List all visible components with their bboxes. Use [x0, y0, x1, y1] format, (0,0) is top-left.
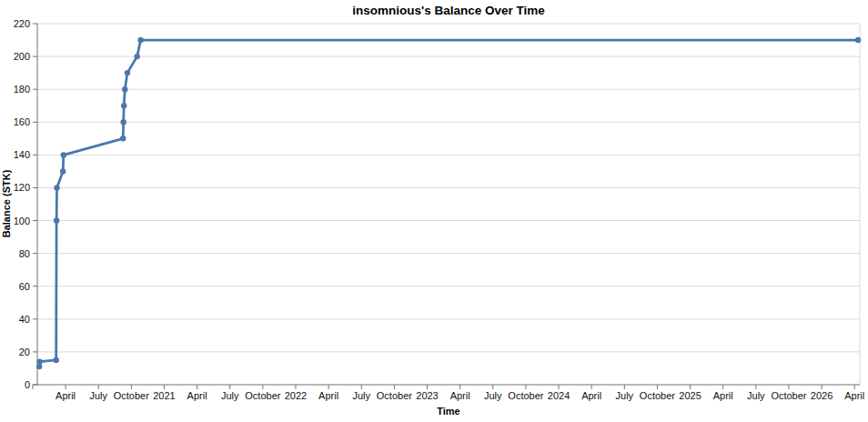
data-point-marker	[54, 185, 59, 190]
data-point-marker	[36, 359, 42, 365]
x-tick-label: April	[318, 390, 338, 401]
data-point-marker	[54, 217, 59, 223]
x-tick-label: October	[245, 390, 280, 401]
x-tick-label: 2022	[285, 390, 307, 401]
y-tick-label: 80	[19, 248, 30, 259]
axes: 020406080100120140160180200220AprilJulyO…	[14, 18, 865, 401]
chart-page: 020406080100120140160180200220AprilJulyO…	[0, 0, 868, 422]
data-point-marker	[61, 152, 66, 157]
chart-title: insomnious's Balance Over Time	[352, 4, 545, 17]
x-tick-label: July	[484, 390, 502, 401]
y-tick-label: 160	[14, 116, 30, 127]
y-tick-label: 220	[14, 18, 30, 29]
x-tick-label: July	[89, 390, 107, 401]
x-tick-label: 2023	[416, 390, 438, 401]
y-tick-label: 120	[14, 182, 30, 193]
y-tick-label: 40	[19, 314, 30, 325]
x-tick-label: October	[377, 390, 412, 401]
data-point-marker	[60, 168, 66, 174]
x-tick-label: July	[352, 390, 370, 401]
y-tick-label: 0	[25, 379, 30, 390]
x-tick-label: October	[640, 390, 675, 401]
x-tick-label: July	[747, 390, 765, 401]
data-point-marker	[121, 103, 126, 108]
y-axis-title: Balance (STK)	[1, 169, 12, 237]
x-tick-label: July	[221, 390, 239, 401]
x-tick-label: April	[713, 390, 733, 401]
data-point-marker	[122, 86, 127, 92]
x-axis-title: Time	[437, 406, 459, 417]
gridlines	[37, 24, 860, 385]
y-tick-label: 100	[14, 216, 30, 226]
x-tick-label: April	[187, 390, 207, 401]
x-tick-label: July	[616, 390, 634, 401]
x-tick-label: April	[450, 390, 470, 401]
y-tick-label: 20	[19, 347, 30, 357]
balance-series	[36, 37, 861, 370]
data-point-marker	[125, 70, 130, 75]
data-point-marker	[120, 136, 126, 141]
x-tick-label: 2026	[811, 390, 833, 401]
balance-over-time-chart: 020406080100120140160180200220AprilJulyO…	[0, 0, 868, 422]
y-tick-label: 140	[14, 149, 30, 160]
data-point-marker	[855, 37, 861, 43]
x-tick-label: 2021	[153, 390, 175, 401]
x-tick-label: October	[508, 390, 543, 401]
y-tick-label: 200	[14, 51, 30, 62]
data-point-marker	[135, 54, 140, 59]
x-tick-label: October	[114, 390, 149, 401]
x-tick-label: 2024	[548, 390, 570, 401]
x-tick-label: April	[56, 390, 76, 401]
x-tick-label: April	[844, 390, 864, 401]
data-point-marker	[137, 37, 143, 43]
x-tick-label: October	[771, 390, 806, 401]
y-tick-label: 60	[19, 281, 30, 292]
x-tick-label: 2025	[679, 390, 701, 401]
data-point-marker	[54, 357, 59, 363]
x-tick-label: April	[581, 390, 601, 401]
y-tick-label: 180	[14, 84, 30, 95]
data-point-marker	[121, 119, 126, 125]
